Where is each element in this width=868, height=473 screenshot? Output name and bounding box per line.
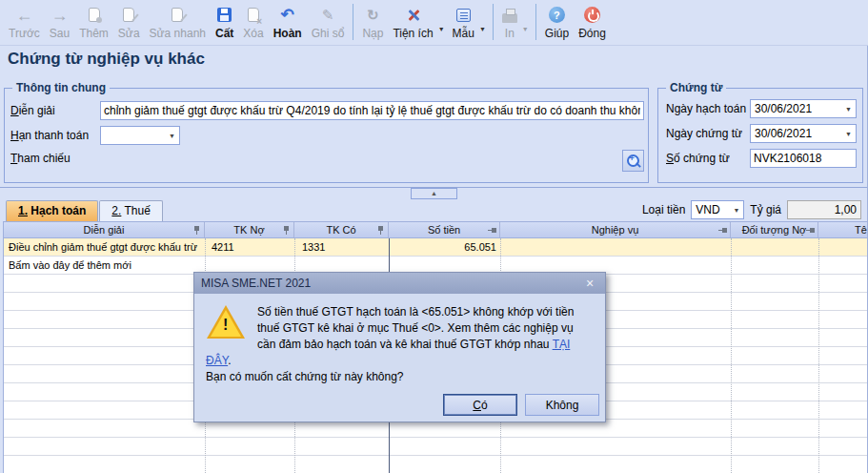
toolbar-label: Tiện ích: [393, 27, 433, 40]
pin-icon[interactable]: [806, 227, 815, 234]
toolbar-button-sua-nhanh[interactable]: Sửa nhanh: [145, 2, 211, 40]
toolbar-button-in[interactable]: In ▼: [497, 2, 532, 40]
dialog-question: Bạn có muốn cất chứng từ này không?: [206, 369, 594, 385]
cell-dien-giai[interactable]: Điều chỉnh giảm thuế gtgt được khấu trừ: [9, 241, 197, 253]
ngay-chung-tu-datepicker[interactable]: 30/06/2021 ▼: [750, 124, 857, 143]
pin-icon[interactable]: [718, 227, 727, 234]
chevron-down-icon[interactable]: ▼: [165, 133, 179, 139]
document-group: Chứng từ Ngày hạch toán 30/06/2021 ▼ Ngà…: [657, 88, 863, 183]
toolbar-button-xoa[interactable]: Xóa: [238, 2, 268, 40]
general-info-legend: Thông tin chung: [12, 81, 110, 94]
toolbar-label: Cất: [215, 27, 233, 40]
toolbar-label: Ghi sổ: [312, 27, 345, 40]
toolbar-separator: [353, 4, 353, 40]
toolbar-button-sau[interactable]: → Sau: [45, 2, 74, 40]
toolbar-label: Hoàn: [273, 27, 302, 40]
chevron-down-icon[interactable]: ▼: [729, 207, 743, 214]
table-row-selected[interactable]: Điều chỉnh giảm thuế gtgt được khấu trừ …: [4, 238, 868, 257]
template-icon: [456, 9, 471, 22]
column-header-tk-co[interactable]: TK Có: [294, 222, 389, 237]
pin-icon[interactable]: [377, 226, 384, 235]
column-header-dien-giai[interactable]: Diễn giải: [4, 222, 205, 237]
dien-giai-input[interactable]: [100, 101, 644, 120]
pin-icon[interactable]: [193, 226, 200, 235]
warning-triangle-icon: !: [206, 304, 250, 352]
loai-tien-label: Loại tiền: [642, 203, 685, 216]
chevron-down-icon[interactable]: ▼: [841, 131, 856, 137]
help-icon: ?: [549, 7, 565, 23]
cell-tk-no[interactable]: 4211: [212, 241, 234, 253]
page-title: Chứng từ nghiệp vụ khác: [8, 50, 205, 69]
ngay-chung-tu-value: 30/06/2021: [751, 127, 841, 140]
toolbar-label: Mẫu: [453, 27, 474, 40]
toolbar-button-ghi-so[interactable]: ✎ Ghi sổ: [307, 2, 350, 40]
dien-giai-label: Diễn giải: [10, 104, 55, 117]
column-header-tk-no[interactable]: TK Nợ: [205, 222, 294, 237]
toolbar-button-them[interactable]: Thêm: [74, 2, 113, 40]
tab-hach-toan[interactable]: 1. Hạch toán: [6, 200, 98, 221]
column-header-nghiep-vu[interactable]: Nghiệp vụ: [500, 222, 731, 237]
tab-thue[interactable]: 2. Thuế: [99, 200, 162, 221]
no-button[interactable]: Không: [525, 394, 599, 416]
ty-gia-input: [787, 200, 861, 219]
toolbar-label: Sửa: [118, 27, 140, 40]
pin-icon[interactable]: [488, 227, 496, 234]
warning-dialog: MISA SME.NET 2021 × ! Số tiền thuế GTGT …: [193, 272, 606, 422]
plus-glyph: +: [630, 154, 635, 163]
han-thanh-toan-label: Hạn thanh toán: [10, 129, 89, 142]
dialog-buttons: Có Không: [443, 394, 599, 416]
toolbar-button-nap[interactable]: ↻ Nạp: [357, 2, 388, 40]
chevron-down-icon[interactable]: ▼: [841, 106, 856, 113]
toolbar-label: In: [505, 27, 515, 40]
toolbar-button-dong[interactable]: Đóng: [574, 2, 611, 40]
close-icon[interactable]: ×: [581, 274, 598, 293]
dropdown-arrow-icon[interactable]: ▼: [438, 26, 445, 32]
ty-gia-label: Tỷ giá: [750, 203, 781, 216]
ngay-chung-tu-label: Ngày chứng từ: [666, 127, 742, 140]
dialog-titlebar[interactable]: MISA SME.NET 2021 ×: [194, 273, 605, 294]
column-header-so-tien[interactable]: Số tiền: [389, 222, 500, 237]
toolbar-button-hoan[interactable]: ↶ Hoàn: [269, 2, 307, 40]
toolbar-label: Giúp: [545, 27, 569, 40]
toolbar-button-truoc[interactable]: ← Trước: [4, 2, 45, 40]
so-chung-tu-input[interactable]: [750, 149, 857, 168]
dialog-message-end: .: [228, 354, 231, 367]
printer-icon: [502, 13, 517, 23]
pin-icon[interactable]: [283, 226, 290, 235]
cell-so-tien[interactable]: 65.051: [391, 241, 496, 253]
general-info-group: Thông tin chung Diễn giải Hạn thanh toán…: [4, 88, 649, 183]
dialog-body: ! Số tiền thuế GTGT hạch toán là <65.051…: [194, 294, 605, 385]
pencil-icon: ✎: [322, 8, 334, 22]
tab-strip: 1. Hạch toán 2. Thuế Loại tiền VND ▼ Tỷ …: [3, 198, 865, 221]
exclamation-glyph: !: [223, 317, 228, 334]
dropdown-arrow-icon[interactable]: ▼: [479, 26, 486, 32]
toolbar-label: Trước: [9, 27, 40, 40]
toolbar-button-mau[interactable]: Mẫu ▼: [448, 2, 489, 40]
toolbar: ← Trước → Sau Thêm Sửa Sửa nhanh Cất Xóa…: [0, 0, 868, 46]
magnifier-plus-icon: +: [627, 154, 640, 168]
toolbar-label: Sau: [50, 27, 70, 40]
delete-page-icon: [248, 8, 259, 22]
toolbar-label: Đóng: [578, 27, 606, 40]
toolbar-button-cat[interactable]: Cất: [211, 2, 238, 40]
lookup-button[interactable]: +: [622, 150, 644, 172]
ngay-hach-toan-value: 30/06/2021: [751, 102, 841, 115]
column-header-ten[interactable]: Tê: [818, 222, 868, 237]
column-header-doi-tuong-no[interactable]: Đối tượng Nợ: [731, 222, 818, 237]
grid-header-row: Diễn giải TK Nợ TK Có Số tiền Nghiệp vụ …: [4, 221, 868, 238]
toolbar-label: Xóa: [243, 27, 263, 40]
toolbar-separator: [493, 4, 494, 40]
dropdown-arrow-icon[interactable]: ▼: [522, 26, 529, 32]
so-chung-tu-label: Số chứng từ: [666, 152, 730, 165]
toolbar-button-tien-ich[interactable]: Tiện ích ▼: [388, 2, 447, 40]
new-page-icon: [89, 8, 100, 22]
loai-tien-combo[interactable]: VND ▼: [691, 200, 744, 219]
toolbar-button-sua[interactable]: Sửa: [113, 2, 145, 40]
yes-button[interactable]: Có: [443, 394, 517, 416]
ngay-hach-toan-datepicker[interactable]: 30/06/2021 ▼: [750, 99, 857, 118]
ngay-hach-toan-label: Ngày hạch toán: [666, 102, 746, 115]
toolbar-button-giup[interactable]: ? Giúp: [540, 2, 574, 40]
cell-tk-co[interactable]: 1331: [302, 241, 325, 253]
han-thanh-toan-combo[interactable]: ▼: [100, 126, 180, 145]
loai-tien-value: VND: [692, 203, 729, 216]
